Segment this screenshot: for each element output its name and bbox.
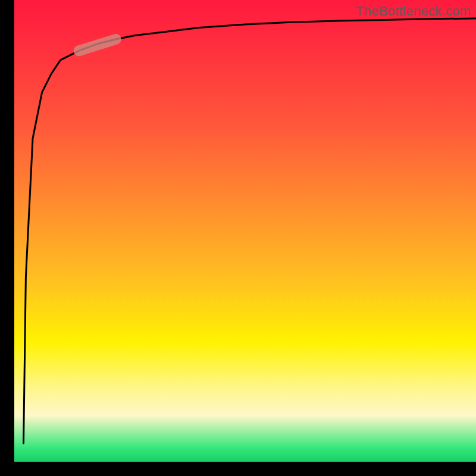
curve-layer [14,0,476,462]
y-axis [0,0,14,476]
x-axis [0,462,476,476]
plot-area: TheBottleneck.com [14,0,476,462]
highlight-pill [79,39,116,51]
bottleneck-chart: TheBottleneck.com [0,0,476,476]
bottleneck-curve-path [24,18,477,443]
attribution-watermark: TheBottleneck.com [356,4,471,19]
